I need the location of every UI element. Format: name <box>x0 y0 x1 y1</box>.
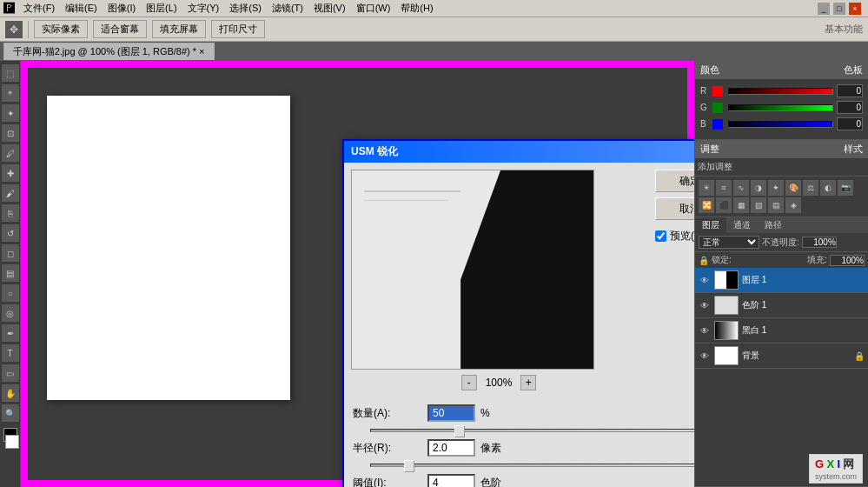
adj-vibrance[interactable]: ✦ <box>768 180 784 196</box>
adj-curves[interactable]: ∿ <box>733 180 749 196</box>
radius-slider-container <box>361 464 694 467</box>
adjustments-panel: 调整 样式 添加调整 ☀ ≡ ∿ ◑ ✦ 🎨 ⚖ ◐ 📷 🔀 ⬛ ▦ ▧ ▤ <box>695 140 868 217</box>
close-btn[interactable]: × <box>849 3 861 15</box>
opacity-input[interactable] <box>802 237 837 248</box>
menu-edit[interactable]: 编辑(E) <box>60 2 103 15</box>
blend-mode-select[interactable]: 正常 <box>699 236 759 249</box>
red-slider[interactable] <box>728 88 833 95</box>
lock-row: 🔒 锁定: 填充: <box>695 252 868 268</box>
hand-tool[interactable]: ✋ <box>2 384 19 402</box>
menu-layer[interactable]: 图层(L) <box>141 2 182 15</box>
cancel-button[interactable]: 取消 <box>655 197 694 220</box>
menu-window[interactable]: 窗口(W) <box>351 2 396 15</box>
dodge-tool[interactable]: ◎ <box>2 304 19 322</box>
background-color[interactable] <box>5 435 19 449</box>
clone-tool[interactable]: ⎘ <box>2 204 19 222</box>
history-tool[interactable]: ↺ <box>2 224 19 242</box>
threshold-input[interactable] <box>427 474 475 487</box>
brush-tool[interactable]: 🖌 <box>2 184 19 202</box>
green-channel-row: G <box>700 101 863 114</box>
eye-icon-2[interactable]: 👁 <box>699 299 711 311</box>
adj-posterize[interactable]: ▦ <box>733 197 749 213</box>
tab-channels[interactable]: 通道 <box>726 217 758 233</box>
zoom-out-btn[interactable]: - <box>461 375 477 390</box>
eye-icon-4[interactable]: 👁 <box>699 350 711 362</box>
zoom-percent: 100% <box>486 377 513 389</box>
preview-canvas[interactable] <box>351 170 594 370</box>
toolbar: ✥ 实际像素 适合窗幕 填充屏幕 打印尺寸 基本功能 <box>0 17 868 42</box>
layer-item-1[interactable]: 👁 图层 1 <box>695 268 868 293</box>
adj-gradient-map[interactable]: ▤ <box>768 197 784 213</box>
blue-slider[interactable] <box>728 121 833 128</box>
menu-file[interactable]: 文件(F) <box>18 2 60 15</box>
fit-screen-btn[interactable]: 适合窗幕 <box>93 20 147 38</box>
dialog-title-bar[interactable]: USM 锐化 × <box>344 141 694 163</box>
amount-input[interactable] <box>427 404 475 422</box>
radius-slider-track[interactable] <box>370 464 694 467</box>
selection-tool[interactable]: ⬚ <box>2 64 19 82</box>
amount-slider-track[interactable] <box>370 429 694 432</box>
menu-help[interactable]: 帮助(H) <box>395 2 438 15</box>
adj-exposure[interactable]: ◑ <box>751 180 766 196</box>
blue-input[interactable] <box>837 117 863 130</box>
adj-levels[interactable]: ≡ <box>716 180 732 196</box>
green-slider[interactable] <box>728 104 833 111</box>
zoom-tool[interactable]: 🔍 <box>2 404 19 422</box>
move-tool[interactable]: ✥ <box>5 21 23 38</box>
eyedropper-tool[interactable]: 🖊 <box>2 144 19 162</box>
adj-colorbalance[interactable]: ⚖ <box>803 180 818 196</box>
adj-threshold[interactable]: ▧ <box>751 197 766 213</box>
maximize-btn[interactable]: □ <box>833 3 845 15</box>
preview-checkbox[interactable] <box>655 230 666 242</box>
adjustments-title: 调整 <box>700 143 719 156</box>
gradient-tool[interactable]: ▤ <box>2 264 19 282</box>
menu-filter[interactable]: 滤镜(T) <box>267 2 308 15</box>
menu-select[interactable]: 选择(S) <box>224 2 267 15</box>
magic-wand-tool[interactable]: ✦ <box>2 104 19 122</box>
text-tool[interactable]: T <box>2 344 19 362</box>
red-label: R <box>700 86 709 96</box>
eye-icon-3[interactable]: 👁 <box>699 324 711 337</box>
zoom-in-btn[interactable]: + <box>520 375 536 390</box>
menu-type[interactable]: 文字(Y) <box>182 2 225 15</box>
fill-screen-btn[interactable]: 填充屏幕 <box>152 20 206 38</box>
tab-paths[interactable]: 路径 <box>758 217 789 233</box>
layer-thumbnail-1 <box>714 270 739 290</box>
adj-brightness[interactable]: ☀ <box>699 180 714 196</box>
adj-channel[interactable]: 🔀 <box>699 197 714 213</box>
adj-selective[interactable]: ◈ <box>785 197 801 213</box>
fill-input[interactable] <box>830 255 865 266</box>
adj-hsl[interactable]: 🎨 <box>785 180 801 196</box>
eye-icon-1[interactable]: 👁 <box>699 274 711 286</box>
shape-tool[interactable]: ▭ <box>2 364 19 382</box>
adj-bw[interactable]: ◐ <box>820 180 836 196</box>
healing-tool[interactable]: ✚ <box>2 164 19 182</box>
eraser-tool[interactable]: ◻ <box>2 244 19 262</box>
menu-image[interactable]: 图像(I) <box>103 2 141 15</box>
print-size-btn[interactable]: 打印尺寸 <box>211 20 265 38</box>
amount-slider-thumb[interactable] <box>454 425 465 437</box>
menu-view[interactable]: 视图(V) <box>308 2 351 15</box>
actual-pixels-btn[interactable]: 实际像素 <box>34 20 88 38</box>
green-input[interactable] <box>837 101 863 114</box>
crop-tool[interactable]: ⊡ <box>2 124 19 142</box>
lasso-tool[interactable]: ⌖ <box>2 84 19 102</box>
confirm-button[interactable]: 确定 <box>655 170 694 192</box>
tab-layers[interactable]: 图层 <box>695 217 726 233</box>
red-input[interactable] <box>837 84 863 97</box>
blur-tool[interactable]: ○ <box>2 284 19 302</box>
adj-photo[interactable]: 📷 <box>838 180 853 196</box>
minimize-btn[interactable]: _ <box>818 3 830 15</box>
layer-item-4[interactable]: 👁 背景 🔒 <box>695 344 868 369</box>
fill-label: 填充: <box>807 254 827 266</box>
layer-item-3[interactable]: 👁 黑白 1 <box>695 318 868 344</box>
layer-item-2[interactable]: 👁 色阶 1 <box>695 293 868 318</box>
blue-channel-row: B <box>700 117 863 130</box>
radius-input[interactable] <box>427 439 475 457</box>
adj-invert[interactable]: ⬛ <box>716 197 732 213</box>
threshold-unit: 色阶 <box>480 476 507 488</box>
lock-icon: 🔒 <box>699 256 709 265</box>
radius-slider-thumb[interactable] <box>404 460 414 472</box>
pen-tool[interactable]: ✒ <box>2 324 19 342</box>
document-tab[interactable]: 千库网-猫2.jpg @ 100% (图层 1, RGB/8#) * × <box>3 43 215 60</box>
